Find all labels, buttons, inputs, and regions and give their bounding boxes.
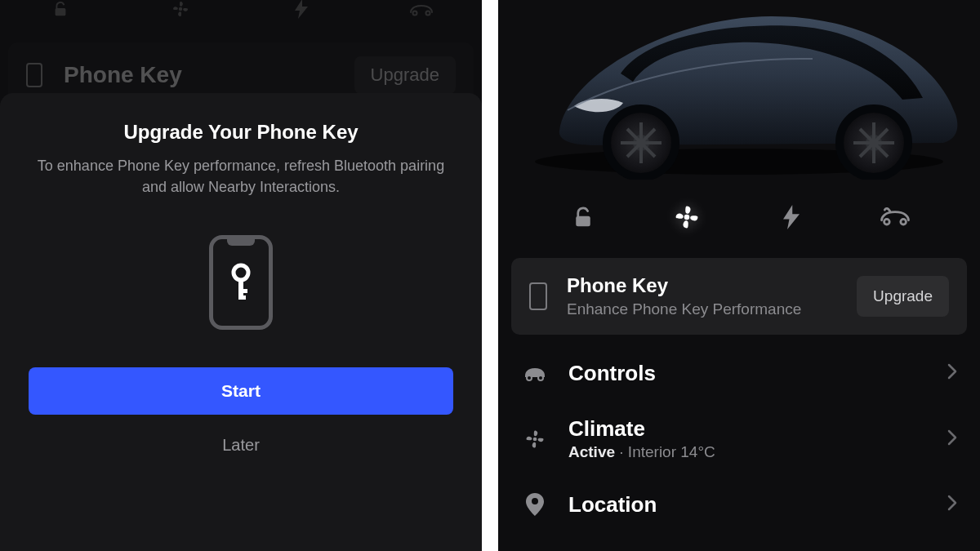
fan-icon bbox=[168, 0, 193, 18]
frunk-button[interactable] bbox=[879, 201, 911, 233]
upgrade-button[interactable]: Upgrade bbox=[857, 276, 949, 317]
quick-actions-row-dimmed bbox=[0, 0, 482, 24]
menu-title: Controls bbox=[568, 361, 947, 386]
sheet-title: Upgrade Your Phone Key bbox=[123, 121, 358, 144]
unlock-icon bbox=[48, 0, 73, 18]
phone-key-label: Phone Key bbox=[64, 62, 354, 88]
start-button[interactable]: Start bbox=[29, 367, 453, 415]
car-icon bbox=[521, 359, 549, 387]
fan-icon bbox=[521, 425, 549, 453]
menu-title: Climate bbox=[568, 416, 947, 442]
chevron-right-icon bbox=[947, 495, 957, 514]
menu-list: Controls Climate Active · Interior 14°C bbox=[498, 344, 980, 518]
phone-icon bbox=[26, 63, 42, 87]
key-icon bbox=[229, 263, 252, 302]
charging-bolt-button[interactable] bbox=[775, 201, 808, 233]
quick-actions-row bbox=[498, 201, 980, 233]
chevron-right-icon bbox=[947, 363, 957, 383]
svg-point-24 bbox=[684, 215, 690, 220]
phone-key-card[interactable]: Phone Key Enhance Phone Key Performance … bbox=[511, 258, 967, 335]
menu-item-climate[interactable]: Climate Active · Interior 14°C bbox=[498, 402, 980, 476]
svg-rect-0 bbox=[55, 8, 65, 16]
frunk-icon bbox=[409, 0, 434, 18]
svg-rect-5 bbox=[238, 278, 243, 298]
svg-point-3 bbox=[426, 11, 430, 16]
climate-fan-button[interactable] bbox=[670, 201, 703, 233]
svg-point-2 bbox=[413, 11, 417, 16]
vehicle-image bbox=[498, 0, 980, 180]
svg-point-25 bbox=[884, 219, 890, 224]
svg-point-4 bbox=[234, 265, 248, 280]
menu-item-location[interactable]: Location bbox=[498, 476, 980, 518]
card-subtitle: Enhance Phone Key Performance bbox=[567, 300, 857, 318]
sheet-description: To enhance Phone Key performance, refres… bbox=[29, 155, 452, 198]
svg-point-27 bbox=[527, 375, 532, 380]
menu-title: Location bbox=[568, 492, 947, 518]
card-title: Phone Key bbox=[567, 274, 857, 297]
phone-screen-vehicle-home: Phone Key Enhance Phone Key Performance … bbox=[498, 0, 980, 551]
phone-screen-upgrade-sheet: Phone Key Upgrade Upgrade Your Phone Key… bbox=[0, 0, 482, 551]
later-button[interactable]: Later bbox=[222, 436, 260, 455]
svg-point-28 bbox=[538, 375, 543, 380]
svg-point-29 bbox=[533, 437, 537, 441]
upgrade-bottom-sheet: Upgrade Your Phone Key To enhance Phone … bbox=[0, 93, 482, 551]
chevron-right-icon bbox=[947, 429, 957, 449]
phone-key-illustration bbox=[209, 235, 273, 330]
phone-icon bbox=[529, 282, 547, 310]
svg-rect-6 bbox=[238, 289, 247, 293]
bolt-icon bbox=[289, 0, 314, 18]
svg-point-1 bbox=[179, 7, 182, 11]
svg-rect-23 bbox=[576, 216, 590, 227]
upgrade-button-dimmed: Upgrade bbox=[354, 56, 456, 94]
pin-icon bbox=[521, 491, 549, 518]
svg-point-26 bbox=[901, 219, 906, 224]
svg-rect-7 bbox=[238, 295, 246, 300]
menu-item-controls[interactable]: Controls bbox=[498, 344, 980, 402]
menu-subtitle: Active · Interior 14°C bbox=[568, 443, 947, 461]
unlock-button[interactable] bbox=[567, 201, 599, 233]
